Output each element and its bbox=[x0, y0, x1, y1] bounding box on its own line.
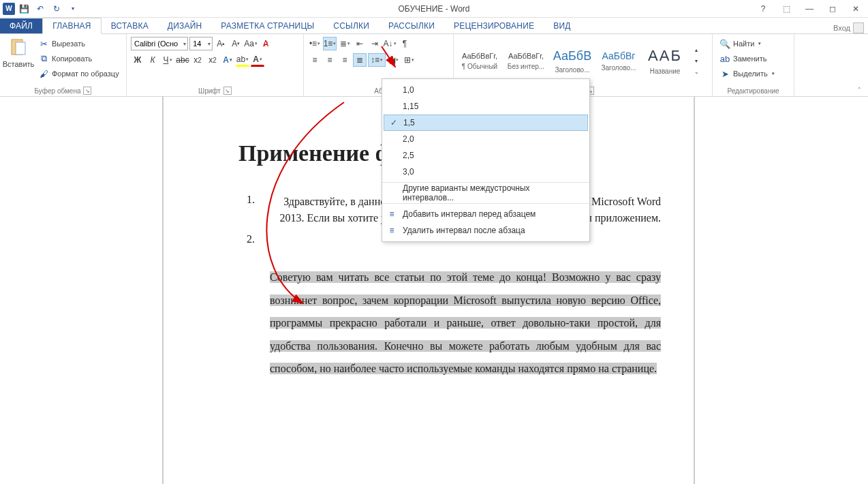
font-group-label: Шрифт bbox=[198, 87, 221, 95]
align-left-button[interactable]: ≡ bbox=[308, 53, 322, 67]
style-title[interactable]: ААБНазвание bbox=[643, 42, 687, 80]
subscript-button[interactable]: x2 bbox=[191, 53, 204, 67]
save-button[interactable]: 💾 bbox=[16, 1, 31, 16]
change-case-button[interactable]: Aa bbox=[244, 37, 258, 50]
font-launcher[interactable]: ↘ bbox=[223, 87, 232, 95]
font-size-combo[interactable]: 14 bbox=[189, 37, 213, 50]
copy-button[interactable]: ⧉Копировать bbox=[35, 52, 122, 65]
spacing-1-0[interactable]: 1,0 bbox=[382, 82, 589, 97]
font-color-button[interactable]: A bbox=[251, 53, 264, 67]
align-center-button[interactable]: ≡ bbox=[323, 53, 337, 67]
login-label: Вход bbox=[833, 24, 850, 32]
minimize-button[interactable]: — bbox=[800, 2, 819, 16]
style-nospacing-preview: АаБбВвГг, bbox=[508, 52, 544, 60]
ribbon-tabs: ФАЙЛ ГЛАВНАЯ ВСТАВКА ДИЗАЙН РАЗМЕТКА СТР… bbox=[0, 18, 868, 34]
styles-scroll-up[interactable]: ▴ bbox=[689, 45, 703, 56]
style-h1-name: Заголово... bbox=[555, 66, 590, 74]
decrease-indent-button[interactable]: ⇤ bbox=[353, 37, 367, 50]
close-button[interactable]: ✕ bbox=[846, 2, 865, 16]
qat-more-button[interactable]: ▾ bbox=[65, 1, 80, 16]
group-clipboard: Вставить ✂Вырезать ⧉Копировать 🖌Формат п… bbox=[0, 34, 127, 96]
bullets-button[interactable]: •≡ bbox=[308, 37, 322, 50]
maximize-button[interactable]: ◻ bbox=[823, 2, 842, 16]
superscript-button[interactable]: x2 bbox=[206, 53, 219, 67]
highlight-button[interactable]: ab bbox=[236, 53, 249, 67]
multilevel-list-button[interactable]: ≣ bbox=[338, 37, 352, 50]
strikethrough-button[interactable]: abc bbox=[176, 53, 189, 67]
sort-button[interactable]: A↓ bbox=[383, 37, 397, 50]
window-title: ОБУЧЕНИЕ - Word bbox=[0, 4, 868, 14]
style-normal-name: ¶ Обычный bbox=[462, 63, 497, 70]
cut-label: Вырезать bbox=[52, 40, 85, 48]
tab-view[interactable]: ВИД bbox=[544, 18, 580, 33]
style-nospacing-name: Без интер... bbox=[508, 63, 544, 70]
account-login[interactable]: Вход bbox=[833, 22, 864, 33]
justify-button[interactable]: ≣ bbox=[353, 53, 367, 67]
style-h2-preview: АаБбВг bbox=[602, 50, 636, 61]
style-normal-preview: АаБбВвГг, bbox=[462, 52, 497, 60]
style-h1-preview: АаБбВ bbox=[553, 49, 591, 63]
tab-page-layout[interactable]: РАЗМЕТКА СТРАНИЦЫ bbox=[211, 18, 324, 33]
tab-references[interactable]: ССЫЛКИ bbox=[324, 18, 379, 33]
underline-button[interactable]: Ч bbox=[161, 53, 174, 67]
quick-access-toolbar: W 💾 ↶ ↻ ▾ bbox=[3, 1, 80, 16]
font-size-value: 14 bbox=[193, 40, 201, 48]
italic-button[interactable]: К bbox=[146, 53, 159, 67]
select-label: Выделить bbox=[733, 70, 768, 78]
increase-indent-button[interactable]: ⇥ bbox=[368, 37, 382, 50]
redo-button[interactable]: ↻ bbox=[49, 1, 64, 16]
undo-button[interactable]: ↶ bbox=[33, 1, 48, 16]
style-h2-name: Заголово... bbox=[602, 64, 636, 72]
align-right-button[interactable]: ≡ bbox=[338, 53, 352, 67]
paste-label: Вставить bbox=[3, 60, 35, 68]
find-label: Найти bbox=[733, 40, 754, 48]
style-no-spacing[interactable]: АаБбВвГг,Без интер... bbox=[504, 42, 548, 80]
tab-file[interactable]: ФАЙЛ bbox=[0, 18, 42, 33]
numbering-button[interactable]: 1≡ bbox=[323, 37, 337, 50]
style-heading1[interactable]: АаБбВЗаголово... bbox=[551, 42, 594, 80]
text-effects-button[interactable]: A bbox=[221, 53, 234, 67]
scissors-icon: ✂ bbox=[38, 38, 49, 49]
find-button[interactable]: 🔍Найти▾ bbox=[717, 37, 764, 50]
spacing-1-0-label: 1,0 bbox=[403, 85, 414, 95]
tab-design[interactable]: ДИЗАЙН bbox=[158, 18, 212, 33]
replace-icon: ab bbox=[719, 53, 730, 64]
tab-insert[interactable]: ВСТАВКА bbox=[102, 18, 158, 33]
replace-label: Заменить bbox=[733, 55, 766, 63]
tab-home[interactable]: ГЛАВНАЯ bbox=[42, 18, 101, 34]
borders-button[interactable]: ⊞ bbox=[402, 53, 416, 67]
ribbon-display-button[interactable]: ⬚ bbox=[777, 2, 796, 16]
font-family-combo[interactable]: Calibri (Осно bbox=[131, 37, 188, 50]
style-heading2[interactable]: АаБбВгЗаголово... bbox=[597, 42, 640, 80]
avatar-icon bbox=[853, 22, 864, 33]
word-app-icon: W bbox=[3, 3, 15, 15]
tab-review[interactable]: РЕЦЕНЗИРОВАНИЕ bbox=[444, 18, 544, 33]
clear-formatting-button[interactable]: A̷ bbox=[259, 37, 273, 50]
shrink-font-button[interactable]: A▾ bbox=[229, 37, 243, 50]
cursor-icon: ➤ bbox=[719, 68, 730, 79]
paste-icon bbox=[9, 37, 28, 59]
style-normal[interactable]: АаБбВвГг,¶ Обычный bbox=[458, 42, 501, 80]
cut-button[interactable]: ✂Вырезать bbox=[35, 37, 122, 50]
grow-font-button[interactable]: A▴ bbox=[214, 37, 228, 50]
select-button[interactable]: ➤Выделить▾ bbox=[717, 67, 777, 80]
collapse-ribbon-button[interactable]: ˄ bbox=[853, 85, 865, 95]
styles-scroll-down[interactable]: ▾ bbox=[689, 56, 703, 67]
line-spacing-menu: 1,0 1,15 ✓1,5 2,0 2,5 3,0 Другие вариант… bbox=[382, 78, 590, 97]
tab-mailings[interactable]: РАССЫЛКИ bbox=[379, 18, 444, 33]
shading-button[interactable]: ◢ bbox=[387, 53, 401, 67]
help-button[interactable]: ? bbox=[754, 2, 773, 16]
line-spacing-button[interactable]: ↕≡ bbox=[368, 53, 386, 67]
clipboard-launcher[interactable]: ↘ bbox=[83, 87, 91, 95]
search-icon: 🔍 bbox=[719, 38, 730, 49]
bold-button[interactable]: Ж bbox=[131, 53, 144, 67]
paste-button[interactable]: Вставить bbox=[4, 37, 33, 68]
svg-rect-1 bbox=[16, 42, 25, 55]
font-family-value: Calibri (Осно bbox=[134, 40, 178, 48]
styles-more-button[interactable]: ⌄ bbox=[689, 67, 703, 78]
format-painter-button[interactable]: 🖌Формат по образцу bbox=[35, 67, 122, 80]
replace-button[interactable]: abЗаменить bbox=[717, 52, 769, 65]
window-controls: ? ⬚ — ◻ ✕ bbox=[754, 2, 865, 16]
show-marks-button[interactable]: ¶ bbox=[398, 37, 412, 50]
style-title-preview: ААБ bbox=[648, 47, 682, 65]
